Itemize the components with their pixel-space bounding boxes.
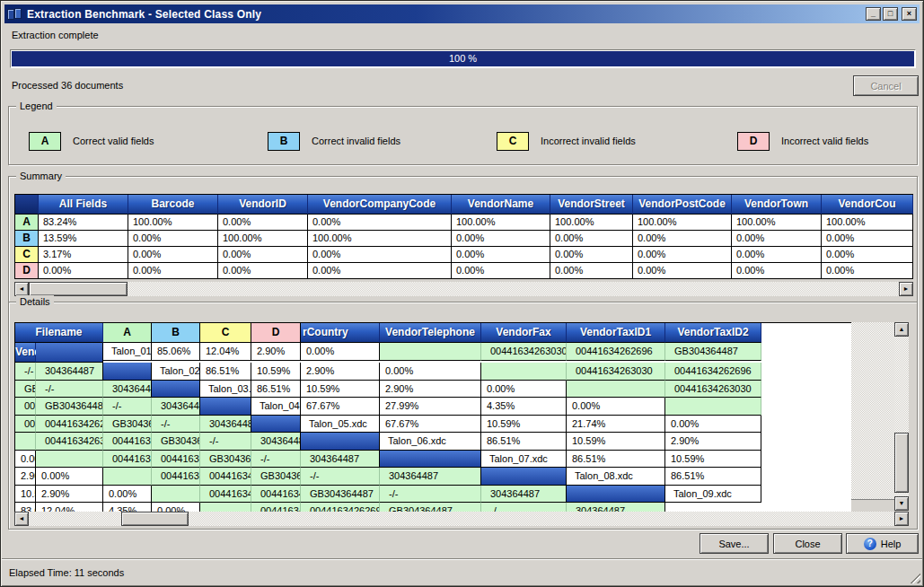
scroll-left-icon[interactable]: ◄	[14, 512, 29, 526]
minimize-icon[interactable]: _	[866, 7, 881, 21]
details-filename-cell[interactable]: Talon_01.xdc	[103, 343, 152, 361]
details-cell[interactable]: 00441634263030	[200, 486, 251, 504]
close-button[interactable]: Close	[773, 533, 842, 554]
details-cell[interactable]: GB304364487	[301, 486, 380, 504]
scroll-right-icon[interactable]: ►	[899, 282, 913, 296]
details-filename-cell[interactable]: Talon_06.xdc	[380, 433, 481, 451]
details-cell[interactable]: 10.59%	[301, 381, 380, 399]
details-cell[interactable]: 2.90%	[665, 433, 761, 451]
details-filename-cell[interactable]: Talon_05.xdc	[301, 416, 380, 434]
details-cell[interactable]: 00441634263030	[103, 451, 152, 469]
details-cell[interactable]: 86.51%	[200, 363, 251, 381]
details-cell[interactable]: 00441634262696	[665, 363, 761, 381]
details-cell[interactable]: 10.59%	[665, 451, 761, 469]
details-cell[interactable]: -/-	[200, 433, 251, 451]
summary-scrollbar-thumb[interactable]	[29, 282, 128, 296]
details-cell[interactable]: -/-	[152, 416, 200, 434]
details-cell[interactable]: GB304364487	[152, 433, 200, 451]
details-cell[interactable]: 86.51%	[567, 451, 665, 469]
details-cell[interactable]: 10.59%	[481, 416, 567, 434]
details-cell[interactable]: 86.51%	[251, 381, 301, 399]
details-cell[interactable]: 67.67%	[380, 416, 481, 434]
details-cell[interactable]	[665, 398, 761, 416]
details-cell[interactable]: -/-	[380, 486, 481, 504]
details-cell[interactable]: 10.59%	[567, 433, 665, 451]
help-button[interactable]: ? Help	[846, 533, 919, 554]
details-row-selector[interactable]	[380, 451, 481, 469]
details-cell[interactable]: 304364487	[301, 451, 380, 469]
details-row-selector[interactable]	[103, 363, 152, 381]
details-cell[interactable]: 4.35%	[481, 398, 567, 416]
details-cell[interactable]: GB304364487	[36, 398, 103, 416]
details-cell[interactable]: 304364487	[152, 398, 200, 416]
details-cell[interactable]: 67.67%	[301, 398, 380, 416]
details-cell[interactable]: 0.00%	[481, 381, 567, 399]
details-cell[interactable]: -/-	[15, 363, 36, 381]
details-cell[interactable]: 0.00%	[15, 451, 36, 469]
details-row-selector[interactable]	[251, 416, 301, 434]
details-filename-cell[interactable]: Talon_02.xdc	[152, 363, 200, 381]
details-filename-cell[interactable]: Talon_04.xdc	[251, 398, 301, 416]
details-cell[interactable]: 304364487	[251, 433, 301, 451]
details-cell[interactable]: 85.06%	[152, 343, 200, 361]
resize-grip[interactable]	[909, 572, 920, 583]
details-cell[interactable]: 00441634262696	[15, 398, 36, 416]
maximize-icon[interactable]: □	[883, 7, 898, 21]
details-cell[interactable]: 12.04%	[200, 343, 251, 361]
details-cell[interactable]: 0.00%	[567, 398, 665, 416]
details-horizontal-scrollbar[interactable]: ◄ ►	[14, 512, 909, 526]
details-row-selector[interactable]	[567, 486, 665, 504]
details-cell[interactable]: 00441634263030	[36, 433, 103, 451]
details-cell[interactable]: 304364487	[103, 381, 152, 399]
details-cell[interactable]: -/-	[36, 381, 103, 399]
scroll-down-icon[interactable]: ▼	[894, 496, 909, 511]
details-cell[interactable]: 0.00%	[380, 363, 481, 381]
details-cell[interactable]: 00441634263030	[15, 416, 36, 434]
details-filename-cell[interactable]: Talon_03.xdc	[200, 381, 251, 399]
details-cell[interactable]: 10.59%	[251, 363, 301, 381]
details-cell[interactable]: 00441634262696	[200, 468, 251, 486]
details-cell[interactable]: 00441634263030	[567, 363, 665, 381]
details-cell[interactable]: GB304364487	[15, 381, 36, 399]
scroll-right-icon[interactable]: ►	[894, 512, 909, 526]
details-cell[interactable]: 00441634263030	[481, 343, 567, 361]
details-cell[interactable]: -/-	[103, 398, 152, 416]
details-cell[interactable]: 2.90%	[301, 363, 380, 381]
close-icon[interactable]: ×	[902, 7, 917, 21]
details-cell[interactable]: GB304364487	[200, 451, 251, 469]
details-cell[interactable]: 00441634262696	[152, 451, 200, 469]
details-cell[interactable]: 00441634262696	[567, 343, 665, 361]
details-cell[interactable]: 00441634262696	[251, 486, 301, 504]
details-cell[interactable]: 2.90%	[36, 486, 103, 504]
details-hscrollbar-thumb[interactable]	[121, 512, 189, 526]
details-row-selector[interactable]	[152, 381, 200, 399]
details-cell[interactable]: -/-	[301, 468, 380, 486]
details-cell[interactable]: 00441634263030	[152, 468, 200, 486]
details-cell[interactable]: 86.51%	[665, 468, 761, 486]
details-cell[interactable]: 10.59%	[15, 486, 36, 504]
details-cell[interactable]: 0.00%	[301, 343, 380, 361]
details-cell[interactable]: 00441634262696	[103, 433, 152, 451]
details-cell[interactable]: 304364487	[380, 468, 481, 486]
details-cell[interactable]: GB304364487	[665, 343, 761, 361]
details-cell[interactable]: 304364487	[481, 486, 567, 504]
details-vertical-scrollbar[interactable]: ▲ ▼	[894, 322, 909, 511]
scroll-left-icon[interactable]: ◄	[14, 282, 29, 296]
details-filename-cell[interactable]: Talon_08.xdc	[567, 468, 665, 486]
details-cell[interactable]: 0.00%	[665, 416, 761, 434]
details-filename-cell[interactable]: Talon_07.xdc	[481, 451, 567, 469]
details-cell[interactable]: GB304364487	[103, 416, 152, 434]
details-cell[interactable]: 304364487	[200, 416, 251, 434]
details-row-selector[interactable]	[301, 433, 380, 451]
summary-horizontal-scrollbar[interactable]: ◄ ►	[14, 282, 913, 296]
details-cell[interactable]: 2.90%	[15, 468, 36, 486]
details-cell[interactable]	[36, 451, 103, 469]
cancel-button[interactable]: Cancel	[853, 75, 919, 96]
details-cell[interactable]: 2.90%	[380, 381, 481, 399]
details-cell[interactable]	[15, 433, 36, 451]
details-cell[interactable]	[152, 486, 200, 504]
details-row-selector[interactable]	[36, 343, 103, 363]
details-cell[interactable]: 0.00%	[36, 468, 103, 486]
details-cell[interactable]: 00441634263030	[665, 381, 761, 399]
details-filename-cell[interactable]: Talon_09.xdc	[665, 486, 761, 504]
